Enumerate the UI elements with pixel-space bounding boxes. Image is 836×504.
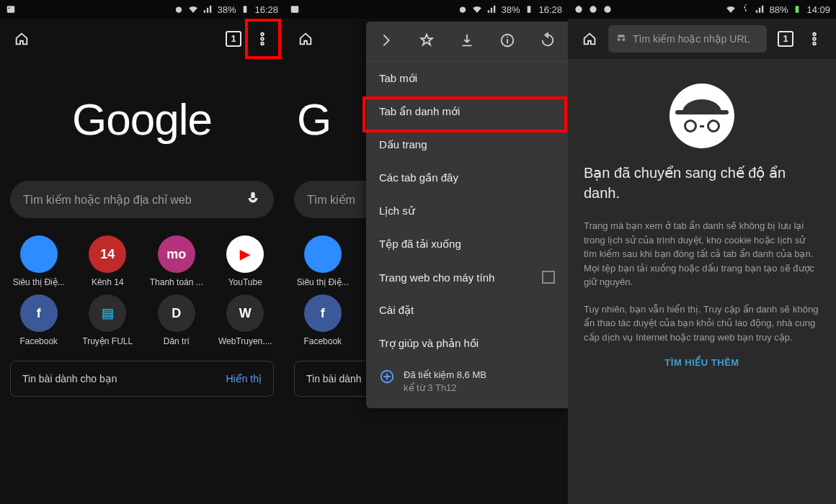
- shortcut-tile[interactable]: ▤Truyện FULL: [74, 294, 143, 346]
- status-bar: 38% 16:28: [284, 0, 568, 19]
- search-box[interactable]: Tìm kiếm hoặc nhập địa chỉ web: [10, 181, 274, 218]
- desktop-site-checkbox[interactable]: [542, 271, 555, 284]
- menu-item-settings[interactable]: Cài đặt: [366, 294, 568, 327]
- shortcut-icon: ▶: [226, 235, 264, 273]
- menu-item-new-tab[interactable]: Tab mới: [366, 62, 568, 95]
- clock-time: 16:28: [538, 4, 562, 15]
- svg-rect-0: [7, 6, 15, 12]
- battery-percent: 38%: [501, 4, 520, 15]
- shortcut-label: YouTube: [228, 277, 262, 287]
- alarm-icon: [458, 4, 468, 14]
- forward-button[interactable]: [378, 32, 394, 51]
- svg-point-15: [590, 6, 596, 12]
- menu-item-label: Trang web cho máy tính: [379, 271, 494, 284]
- menu-item-downloads[interactable]: Tệp đã tải xuống: [366, 228, 568, 261]
- shortcut-label: Truyện FULL: [82, 336, 133, 346]
- battery-percent: 88%: [769, 4, 788, 15]
- shortcut-icon: f: [20, 294, 58, 332]
- home-button[interactable]: [575, 24, 604, 53]
- svg-rect-7: [291, 6, 299, 12]
- incognito-paragraph: Tuy nhiên, bạn vẫn hiển thị. Truy cập ẩn…: [584, 302, 820, 345]
- image-icon: [290, 4, 300, 14]
- shortcut-tile[interactable]: WWebTruyen....: [211, 294, 280, 346]
- shortcut-tile[interactable]: Siêu thị Điệ...: [4, 235, 74, 287]
- shortcut-label: Dân trí: [164, 336, 190, 346]
- signal-icon: [203, 4, 213, 14]
- data-saver-icon: [379, 369, 395, 384]
- status-bar: 38% 16:28: [0, 0, 284, 19]
- shortcut-tile[interactable]: fFacebook: [4, 294, 74, 346]
- menu-icon-row: [366, 22, 568, 62]
- google-logo: Google: [0, 94, 284, 145]
- overflow-menu-button[interactable]: [248, 24, 277, 53]
- screenshot-panel-1: 38% 16:28 1 Google Tìm kiếm hoặc nhập đị…: [0, 0, 284, 504]
- feed-show-button[interactable]: Hiển thị: [226, 373, 262, 384]
- menu-item-desktop-site[interactable]: Trang web cho máy tính: [366, 261, 568, 294]
- svg-rect-17: [796, 6, 799, 12]
- incognito-paragraph: Trang mà bạn xem ở tab ẩn danh sẽ không …: [584, 219, 820, 289]
- shortcut-tile[interactable]: moThanh toán ...: [142, 235, 211, 287]
- menu-item-incognito-tab[interactable]: Tab ẩn danh mới: [366, 95, 568, 128]
- screenshot-panel-3: 88% 14:09 Tìm kiếm hoặc nhập URL 1 Bạn đ…: [568, 0, 836, 504]
- menu-item-history[interactable]: Lịch sử: [366, 194, 568, 228]
- overflow-menu-button[interactable]: [800, 24, 829, 53]
- browser-toolbar: 1: [0, 19, 284, 59]
- data-saver-row[interactable]: Đã tiết kiệm 8,6 MB kể từ 3 Th12: [366, 360, 568, 402]
- incognito-title: Bạn đã chuyển sang chế độ ẩn danh.: [584, 163, 820, 203]
- menu-item-help[interactable]: Trợ giúp và phản hồi: [366, 327, 568, 360]
- battery-percent: 38%: [217, 4, 236, 15]
- bluetooth-icon: [740, 4, 750, 14]
- svg-point-20: [813, 42, 816, 45]
- reload-button[interactable]: [540, 32, 556, 51]
- shortcut-label: Facebook: [303, 336, 342, 346]
- shortcut-tile[interactable]: ▶YouTube: [211, 235, 280, 287]
- shortcut-icon: D: [158, 294, 195, 332]
- svg-point-6: [261, 42, 264, 45]
- shortcut-tile[interactable]: f Facebook: [288, 294, 357, 346]
- image-icon: [6, 4, 16, 14]
- download-button[interactable]: [459, 32, 475, 51]
- articles-for-you-bar[interactable]: Tin bài dành cho bạn Hiển thị: [10, 361, 274, 397]
- svg-rect-9: [528, 6, 531, 12]
- svg-point-18: [813, 33, 816, 36]
- battery-icon: [240, 4, 250, 14]
- wifi-icon: [188, 4, 198, 14]
- home-button[interactable]: [7, 24, 36, 53]
- learn-more-link[interactable]: TÌM HIỂU THÊM: [584, 357, 820, 368]
- tab-switcher-button[interactable]: 1: [219, 24, 248, 53]
- svg-point-12: [507, 36, 508, 37]
- system-icon: [602, 4, 613, 14]
- search-placeholder: Tìm kiếm hoặc nhập địa chỉ web: [23, 193, 245, 207]
- shortcut-label: WebTruyen....: [218, 336, 272, 346]
- shortcut-tile[interactable]: 14Kênh 14: [74, 235, 143, 287]
- shortcut-tile[interactable]: Siêu thị Điệ...: [288, 235, 357, 287]
- alarm-icon: [174, 4, 184, 14]
- info-button[interactable]: [499, 32, 515, 51]
- incognito-icon: [615, 32, 627, 46]
- svg-point-19: [813, 37, 816, 40]
- shortcut-grid: Siêu thị Điệ...14Kênh 14moThanh toán ...…: [4, 235, 280, 346]
- home-button[interactable]: [291, 24, 320, 53]
- tab-count: 1: [778, 31, 793, 47]
- signal-icon: [755, 4, 765, 14]
- menu-item-recent-tabs[interactable]: Các tab gần đây: [366, 161, 568, 194]
- mic-icon[interactable]: [245, 190, 261, 209]
- shortcut-tile[interactable]: DDân trí: [142, 294, 211, 346]
- signal-icon: [486, 4, 497, 14]
- svg-point-16: [604, 6, 610, 12]
- shortcut-label: Facebook: [19, 336, 58, 346]
- menu-item-bookmarks[interactable]: Dấu trang: [366, 128, 568, 161]
- url-bar[interactable]: Tìm kiếm hoặc nhập URL: [608, 25, 767, 53]
- shortcut-label: Kênh 14: [92, 277, 124, 287]
- clock-time: 16:28: [254, 4, 278, 15]
- system-icon: [588, 4, 598, 14]
- battery-icon: [792, 4, 802, 14]
- screenshot-panel-2: 38% 16:28 G Tìm kiếm Siêu thị Điệ... f F…: [284, 0, 568, 504]
- battery-icon: [524, 4, 534, 14]
- shortcut-label: Siêu thị Điệ...: [13, 277, 65, 287]
- shortcut-label: Siêu thị Điệ...: [297, 277, 349, 287]
- svg-rect-3: [244, 6, 247, 12]
- tab-switcher-button[interactable]: 1: [771, 24, 800, 53]
- data-saver-line2: kể từ 3 Th12: [404, 382, 486, 395]
- bookmark-button[interactable]: [419, 32, 435, 51]
